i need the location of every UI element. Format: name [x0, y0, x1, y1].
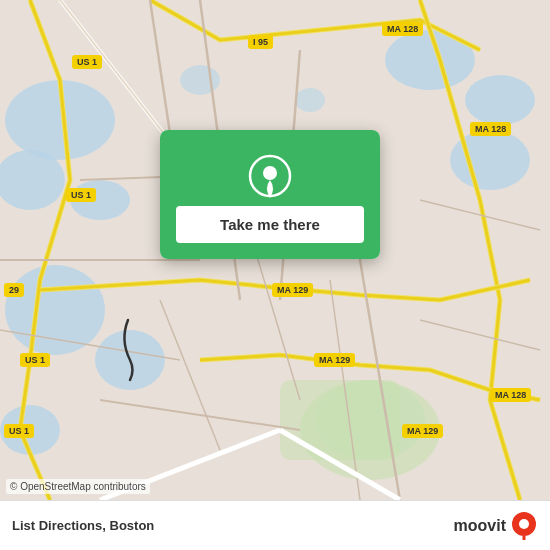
road-label-ma128-far: MA 128	[490, 388, 531, 402]
road-label-us1-btm2: US 1	[4, 424, 34, 438]
bottom-bar: List Directions, Boston moovit	[0, 500, 550, 550]
road-label-us1-mid: US 1	[66, 188, 96, 202]
road-label-us1-top: US 1	[72, 55, 102, 69]
road-label-ma128-top: MA 128	[382, 22, 423, 36]
road-label-us1-bottom: US 1	[20, 353, 50, 367]
map-attribution: © OpenStreetMap contributors	[6, 479, 150, 494]
svg-point-33	[263, 166, 277, 180]
map-container: US 1 I 95 MA 128 MA 128 US 1 MA 129 MA 1…	[0, 0, 550, 500]
road-label-ma129-mid: MA 129	[272, 283, 313, 297]
svg-point-11	[180, 65, 220, 95]
road-label-ma129-right: MA 129	[314, 353, 355, 367]
take-me-there-button[interactable]: Take me there	[176, 206, 364, 243]
bottom-left: List Directions, Boston	[12, 518, 154, 533]
road-label-i95: I 95	[248, 35, 273, 49]
road-label-ma129-br: MA 129	[402, 424, 443, 438]
popup-green-area: Take me there	[160, 130, 380, 259]
moovit-logo: moovit	[454, 512, 538, 540]
bottom-title: List Directions, Boston	[12, 518, 154, 533]
svg-point-7	[5, 265, 105, 355]
road-label-n29: 29	[4, 283, 24, 297]
svg-point-12	[295, 88, 325, 112]
road-label-ma128-right: MA 128	[470, 122, 511, 136]
svg-point-35	[519, 519, 529, 529]
svg-point-5	[465, 75, 535, 125]
moovit-brand-icon	[510, 512, 538, 540]
moovit-text: moovit	[454, 517, 506, 535]
popup-card: Take me there	[160, 130, 380, 259]
location-pin-icon	[248, 154, 292, 198]
